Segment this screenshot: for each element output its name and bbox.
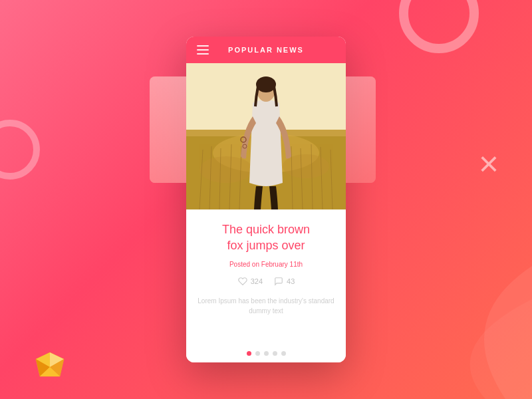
bg-circle-left — [0, 120, 40, 180]
likes-stat: 324 — [237, 276, 263, 287]
article-stats: 324 43 — [197, 276, 335, 287]
svg-marker-4 — [50, 359, 64, 376]
bg-x-symbol: × — [479, 146, 499, 181]
comments-stat: 43 — [273, 276, 295, 287]
dot-5[interactable] — [281, 351, 286, 356]
svg-marker-5 — [40, 367, 60, 376]
likes-count: 324 — [251, 277, 263, 285]
svg-marker-0 — [36, 352, 64, 376]
heart-icon — [237, 276, 248, 287]
phone-card: POPULAR NEWS — [186, 37, 346, 362]
dot-2[interactable] — [255, 351, 260, 356]
pagination-dots — [186, 343, 346, 362]
dot-1[interactable] — [247, 351, 251, 356]
svg-point-10 — [200, 156, 253, 183]
svg-marker-2 — [36, 352, 50, 367]
svg-marker-1 — [50, 352, 64, 367]
article-excerpt: Lorem Ipsum has been the industry's stan… — [197, 296, 335, 316]
bg-circle-top-right — [399, 0, 479, 53]
phone-wrapper: POPULAR NEWS — [186, 37, 346, 362]
menu-icon[interactable] — [197, 45, 209, 55]
article-date: Posted on February 11th — [197, 261, 335, 268]
nav-bar: POPULAR NEWS — [186, 37, 346, 63]
article-image — [186, 63, 346, 209]
nav-title: POPULAR NEWS — [228, 46, 304, 54]
comment-icon — [273, 276, 284, 287]
svg-point-25 — [256, 76, 276, 92]
dot-4[interactable] — [273, 351, 277, 356]
bg-wave — [319, 266, 532, 399]
article-content: The quick brown fox jumps over Posted on… — [186, 209, 346, 343]
article-title: The quick brown fox jumps over — [197, 221, 335, 254]
svg-marker-3 — [36, 359, 50, 376]
sketch-icon — [33, 350, 66, 379]
comments-count: 43 — [287, 277, 295, 285]
dot-3[interactable] — [264, 351, 269, 356]
